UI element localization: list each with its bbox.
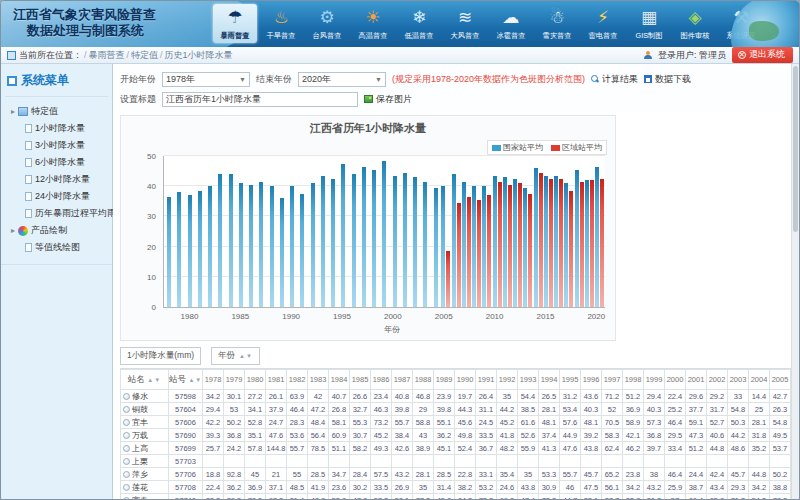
- national-avg-bar: [331, 179, 335, 307]
- tree-leaf-item[interactable]: 历年暴雨过程平均雨量: [5, 205, 108, 222]
- save-image-button[interactable]: 保存图片: [364, 93, 412, 106]
- nav-item-wind[interactable]: ≋大风普查: [443, 4, 487, 43]
- tree-leaf-item[interactable]: 1小时降水量: [5, 120, 108, 137]
- value-cell: 46.4: [665, 416, 686, 429]
- tree-node-specific-values[interactable]: ▸特定值: [5, 103, 108, 120]
- tree-node-product-drawing[interactable]: ▸产品绘制: [5, 222, 108, 239]
- nav-item-heat[interactable]: ☀高温普查: [351, 4, 395, 43]
- row-radio-button[interactable]: [123, 445, 130, 452]
- end-year-select[interactable]: 2020年▼: [298, 72, 386, 87]
- tree-leaf-item[interactable]: 24小时降水量: [5, 188, 108, 205]
- station-name: 上栗: [132, 457, 148, 466]
- year-column-header: 1998: [623, 370, 644, 390]
- value-cell: [644, 455, 665, 468]
- value-cell: 24.7: [266, 416, 287, 429]
- tree-leaf-item[interactable]: 3小时降水量: [5, 137, 108, 154]
- tree-expander-icon[interactable]: ▸: [11, 226, 15, 235]
- tree-leaf-item[interactable]: 等值线绘图: [5, 239, 108, 256]
- value-cell: 60.9: [329, 429, 350, 442]
- table-row[interactable]: 萍乡5770618.892.845215528.534.728.457.543.…: [121, 468, 793, 481]
- table-row[interactable]: 万载5769039.336.835.147.653.656.460.930.74…: [121, 429, 793, 442]
- table-row[interactable]: 莲花5770822.436.236.937.148.541.923.630.23…: [121, 481, 793, 494]
- year-column-header: 1984: [329, 370, 350, 390]
- sidebar-tree: ▸特定值1小时降水量3小时降水量6小时降水量12小时降水量24小时降水量历年暴雨…: [5, 103, 108, 256]
- value-cell: 45.7: [581, 468, 602, 481]
- unit-filter-button[interactable]: 1小时降水量(mm): [120, 347, 201, 365]
- value-cell: 34.1: [245, 403, 266, 416]
- table-row[interactable]: 修水5759834.230.127.226.163.94240.726.623.…: [121, 390, 793, 403]
- value-cell: [686, 455, 707, 468]
- value-cell: 41.9: [308, 481, 329, 494]
- value-cell: [539, 455, 560, 468]
- value-cell: 34.2: [203, 390, 224, 403]
- nav-item-lightning[interactable]: ⚡雷电普查: [581, 4, 625, 43]
- table-row[interactable]: 上高5769925.724.257.8144.855.778.551.158.2…: [121, 442, 793, 455]
- row-radio-button[interactable]: [123, 471, 130, 478]
- value-cell: 42.4: [707, 468, 728, 481]
- nav-item-map-review[interactable]: ◈图件审核: [673, 4, 717, 43]
- bar-group-1995: [338, 156, 348, 307]
- value-cell: 33: [728, 390, 749, 403]
- row-radio-button[interactable]: [123, 419, 130, 426]
- value-cell: [329, 455, 350, 468]
- calc-result-button[interactable]: 计算结果: [591, 73, 638, 86]
- value-cell: 55.7: [287, 442, 308, 455]
- breadcrumb-item[interactable]: 特定值: [131, 50, 158, 60]
- nav-item-snow[interactable]: ☃雪灾普查: [535, 4, 579, 43]
- value-cell: 30.1: [224, 390, 245, 403]
- nav-item-gis-map[interactable]: ▦GIS制图: [627, 4, 671, 43]
- value-cell: 62.4: [602, 442, 623, 455]
- value-cell: 67.3: [266, 494, 287, 500]
- typhoon-icon: ⚙: [306, 6, 348, 30]
- regional-avg-bar: [600, 179, 604, 307]
- row-radio-button[interactable]: [123, 484, 130, 491]
- row-radio-button[interactable]: [123, 406, 130, 413]
- year-sort-control[interactable]: 年份▲▼: [211, 347, 260, 365]
- nav-item-drought[interactable]: ♨干旱普查: [259, 4, 303, 43]
- national-avg-bar: [311, 183, 315, 307]
- value-cell: 49.3: [371, 442, 392, 455]
- value-cell: 57.6: [560, 416, 581, 429]
- vertical-scrollbar[interactable]: [791, 64, 799, 500]
- table-row[interactable]: 铜鼓5760429.45334.137.946.447.226.832.746.…: [121, 403, 793, 416]
- table-row[interactable]: 宜丰5760642.250.252.824.728.348.458.155.37…: [121, 416, 793, 429]
- bar-group-2015: [543, 156, 553, 307]
- row-radio-button[interactable]: [123, 497, 130, 500]
- nav-item-hail[interactable]: ☁冰雹普查: [489, 4, 533, 43]
- nav-item-cold[interactable]: ❄低温普查: [397, 4, 441, 43]
- sort-arrows-icon: ▲▼: [188, 377, 202, 383]
- value-cell: 37.1: [266, 481, 287, 494]
- station-id: 57708: [169, 481, 203, 494]
- national-avg-bar: [321, 176, 325, 307]
- national-avg-bar: [493, 176, 497, 307]
- y-tick-label: 10: [147, 272, 156, 281]
- station-name: 宜丰: [132, 418, 148, 427]
- nav-item-label: 大风普查: [446, 31, 484, 41]
- bar-group-1998: [369, 156, 379, 307]
- table-row[interactable]: 宜春5774023.339.578.567.321.448.852.847.85…: [121, 494, 793, 500]
- vscroll-thumb[interactable]: [793, 66, 798, 232]
- breadcrumb-item[interactable]: 暴雨普查: [89, 50, 125, 60]
- page-icon: [25, 124, 32, 133]
- breadcrumb-item[interactable]: 历史1小时降水量: [165, 50, 233, 60]
- station-name-header[interactable]: 站名 ▲▼: [121, 370, 169, 390]
- data-download-button[interactable]: 数据下载: [644, 73, 691, 86]
- row-radio-button[interactable]: [123, 458, 130, 465]
- chart-title-input[interactable]: [162, 92, 358, 107]
- row-radio-button[interactable]: [123, 432, 130, 439]
- table-row[interactable]: 上栗57703: [121, 455, 793, 468]
- value-cell: [413, 455, 434, 468]
- nav-item-rain[interactable]: ☂暴雨普查: [213, 4, 257, 43]
- tree-leaf-item[interactable]: 12小时降水量: [5, 171, 108, 188]
- row-radio-button[interactable]: [123, 393, 130, 400]
- x-tick-label: [427, 312, 435, 321]
- tree-leaf-item[interactable]: 6小时降水量: [5, 154, 108, 171]
- bar-group-1987: [256, 156, 266, 307]
- value-cell: 52.6: [518, 429, 539, 442]
- start-year-select[interactable]: 1978年▼: [162, 72, 250, 87]
- tree-expander-icon[interactable]: ▸: [11, 107, 15, 116]
- logout-button[interactable]: ✕退出系统: [732, 47, 793, 63]
- nav-item-typhoon[interactable]: ⚙台风普查: [305, 4, 349, 43]
- value-cell: 36.7: [476, 442, 497, 455]
- station-id-header[interactable]: 站号 ▲▼: [169, 370, 203, 390]
